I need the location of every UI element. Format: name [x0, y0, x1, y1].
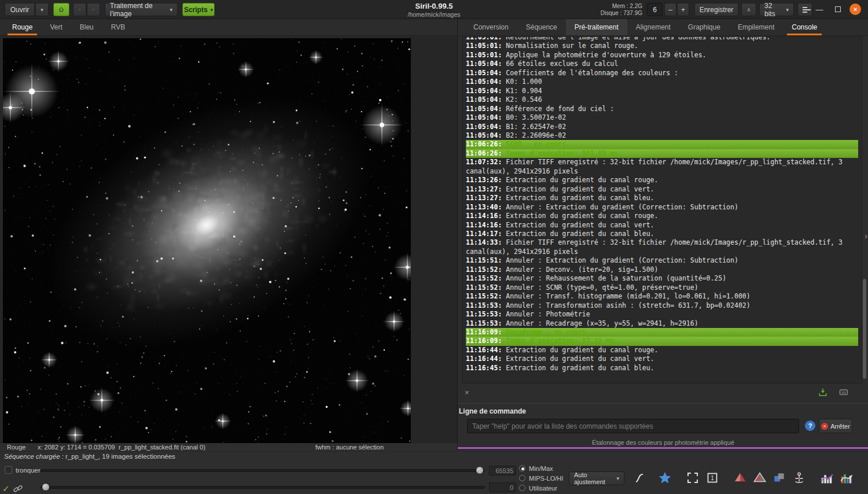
- console-line: 11:13:27:Extraction du gradient du canal…: [466, 185, 858, 194]
- console-line: 11:16:45:Extraction du gradient du canal…: [466, 364, 858, 373]
- prism-tool-button[interactable]: [730, 468, 750, 488]
- high-threshold-slider[interactable]: [41, 466, 485, 475]
- fwhm-label: fwhm : aucune sélection: [315, 444, 384, 451]
- scrollbar-thumb[interactable]: [863, 279, 866, 379]
- console-line: 11:05:01:Retournement de l'image et mise…: [466, 36, 858, 42]
- console-line: 11:15:52:Annuler : SCNR (type=0, qté=1.0…: [466, 283, 858, 292]
- undo-button[interactable]: [73, 3, 86, 16]
- progress-bar: [458, 447, 868, 449]
- truncate-checkbox-row[interactable]: tronquer: [5, 466, 41, 474]
- tool-tab[interactable]: Empilement: [729, 19, 783, 35]
- slider-track[interactable]: [41, 469, 485, 472]
- galaxy-image[interactable]: [3, 38, 411, 443]
- sequence-info: r_pp_light_, 19 images sélectionnées: [65, 453, 175, 460]
- link-channels-icon[interactable]: [13, 484, 23, 494]
- export-log-button[interactable]: [818, 387, 828, 400]
- current-channel-label: Rouge: [7, 444, 25, 451]
- bit-depth-dropdown[interactable]: 32 bits▾: [759, 3, 794, 16]
- tool-tab[interactable]: Console: [783, 19, 826, 35]
- channel-align-icon: [773, 471, 786, 485]
- slider-handle[interactable]: [476, 466, 484, 474]
- console-line: 11:05:04:B1: 2.62547e-02: [466, 123, 858, 131]
- high-threshold-value[interactable]: [489, 466, 516, 475]
- close-icon: ×: [849, 3, 861, 15]
- undo-icon: [78, 6, 81, 13]
- apply-check-icon[interactable]: ✓: [2, 484, 10, 494]
- cursor-position-value: x: 2082 y: 1714 = 0.035709: [38, 444, 115, 451]
- open-button[interactable]: Ouvrir: [5, 3, 35, 16]
- channel-align-button[interactable]: [770, 468, 789, 488]
- console-line: 11:13:27:Extraction du gradient du canal…: [466, 194, 858, 202]
- tool-tab[interactable]: Alignement: [627, 19, 679, 35]
- bottom-toolbar: 1: [630, 468, 856, 488]
- display-mode-option[interactable]: Min/Max: [519, 463, 563, 473]
- console-line: 11:15:53:Annuler : Transformation asinh …: [466, 301, 858, 310]
- curve-tool-button[interactable]: [630, 468, 649, 488]
- image-viewport[interactable]: [0, 36, 457, 443]
- radio-label: Utilisateur: [529, 485, 557, 492]
- channel-tab[interactable]: RVB: [102, 19, 134, 35]
- auto-adjust-dropdown[interactable]: Auto ajustement▾: [569, 471, 624, 485]
- channel-tab[interactable]: Bleu: [71, 19, 102, 35]
- star-detection-button[interactable]: [655, 468, 675, 488]
- console-scrollbar[interactable]: [863, 38, 866, 382]
- image-processing-menu-button[interactable]: Traitement de l'image▾: [105, 3, 178, 16]
- loaded-file-label: r_pp_light_stacked.fit (canal 0): [119, 444, 205, 451]
- zoom-1-1-button[interactable]: 1: [703, 468, 722, 488]
- resource-usage: Mem : 2.2G Disque : 737.9G: [601, 3, 642, 16]
- console-log[interactable]: 11:05:01:Retournement de l'image et mise…: [462, 36, 862, 384]
- tools-tabbar: ConversionSéquencePré-traitementAligneme…: [458, 19, 868, 36]
- help-icon[interactable]: ?: [805, 421, 815, 431]
- bottom-left-icons: ✓: [2, 484, 23, 494]
- right-panel: ConversionSéquencePré-traitementAligneme…: [457, 19, 868, 451]
- maximize-button[interactable]: [831, 2, 845, 16]
- hamburger-menu-button[interactable]: [797, 3, 812, 16]
- low-threshold-value[interactable]: [489, 482, 516, 492]
- spinner-increment-button[interactable]: +: [677, 3, 689, 16]
- close-button[interactable]: ×: [848, 2, 862, 16]
- clear-console-button[interactable]: ×: [465, 388, 469, 397]
- command-list-button[interactable]: [838, 387, 849, 400]
- truncate-label: tronquer: [16, 467, 41, 474]
- open-dropdown-button[interactable]: ▾: [35, 3, 49, 16]
- truncate-checkbox[interactable]: [5, 466, 12, 474]
- stop-button[interactable]: × Arrêter: [819, 419, 852, 433]
- slider-handle[interactable]: [42, 483, 50, 491]
- window-title-block: Siril-0.99.5 /home/mick/Images: [318, 2, 550, 18]
- chevron-down-icon: ▾: [170, 7, 172, 13]
- save-as-button[interactable]: [741, 3, 756, 16]
- command-input[interactable]: [467, 419, 799, 433]
- save-as-icon: [746, 5, 751, 14]
- prism-outline-button[interactable]: [750, 468, 770, 488]
- panel-collapse-handle[interactable]: ›: [865, 231, 867, 241]
- channel-tab[interactable]: Vert: [41, 19, 71, 35]
- histogram-tool-button[interactable]: [817, 468, 837, 488]
- tool-tab[interactable]: Graphique: [679, 19, 729, 35]
- tool-tab[interactable]: Conversion: [465, 19, 517, 35]
- console-line: 11:05:01:Normalisation sur le canal roug…: [466, 42, 858, 50]
- home-button[interactable]: [53, 3, 69, 16]
- anchor-tool-button[interactable]: [789, 468, 809, 488]
- save-button[interactable]: Enregistrer: [694, 3, 738, 16]
- display-mode-option[interactable]: Utilisateur: [519, 483, 563, 493]
- slider-track[interactable]: [41, 486, 485, 489]
- console-line: 11:16:44:Extraction du gradient du canal…: [466, 355, 858, 363]
- chevron-down-icon: ▾: [786, 7, 789, 13]
- radio-label: Min/Max: [529, 465, 553, 472]
- spinner-decrement-button[interactable]: –: [664, 3, 676, 16]
- tool-tab[interactable]: Séquence: [517, 19, 566, 35]
- channel-tab[interactable]: Rouge: [3, 19, 41, 35]
- tool-tab[interactable]: Pré-traitement: [566, 19, 627, 35]
- color-histogram-icon: [839, 470, 854, 485]
- console-line: 11:07:32:Fichier TIFF enregistré : 32-bi…: [466, 158, 858, 176]
- redo-button[interactable]: [87, 3, 100, 16]
- selection-tool-button[interactable]: [683, 468, 703, 488]
- value-spinner-entry[interactable]: 6: [647, 3, 663, 16]
- color-histogram-button[interactable]: [837, 468, 856, 488]
- keyboard-icon: [838, 387, 849, 397]
- hamburger-icon: [803, 7, 807, 13]
- scripts-menu-button[interactable]: Scripts▾: [182, 3, 215, 16]
- low-threshold-slider[interactable]: [41, 483, 485, 492]
- display-mode-option[interactable]: MIPS-LO/HI: [519, 473, 563, 483]
- minimize-button[interactable]: —: [812, 2, 826, 16]
